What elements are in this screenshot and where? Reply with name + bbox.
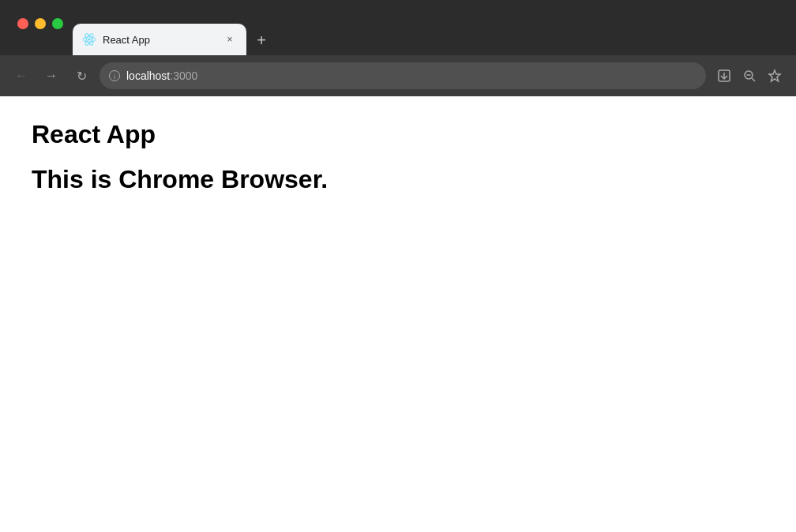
zoom-icon bbox=[742, 69, 757, 83]
address-port: :3000 bbox=[170, 69, 197, 82]
address-text: localhost:3000 bbox=[126, 69, 696, 82]
title-bar: React App × + bbox=[0, 0, 796, 55]
toolbar-actions bbox=[712, 64, 787, 88]
info-icon: i bbox=[109, 70, 120, 81]
maximize-button[interactable] bbox=[52, 18, 63, 29]
react-favicon-icon bbox=[82, 32, 96, 47]
window-controls bbox=[8, 18, 73, 29]
svg-text:i: i bbox=[114, 73, 115, 81]
minimize-button[interactable] bbox=[35, 18, 46, 29]
forward-button[interactable]: → bbox=[39, 64, 63, 88]
reload-button[interactable]: ↻ bbox=[69, 64, 93, 88]
address-host: localhost bbox=[126, 69, 170, 82]
page-subtitle: This is Chrome Browser. bbox=[32, 165, 764, 194]
zoom-button[interactable] bbox=[738, 64, 761, 88]
bookmark-icon bbox=[768, 69, 782, 83]
bookmark-button[interactable] bbox=[763, 64, 787, 88]
close-button[interactable] bbox=[17, 18, 28, 29]
address-bar[interactable]: i localhost:3000 bbox=[100, 62, 706, 89]
back-button[interactable]: ← bbox=[9, 64, 33, 88]
new-tab-button[interactable]: + bbox=[250, 28, 273, 52]
tab-close-button[interactable]: × bbox=[223, 32, 237, 47]
download-icon bbox=[717, 69, 731, 83]
active-tab[interactable]: React App × bbox=[73, 24, 246, 55]
page-title: React App bbox=[32, 120, 764, 149]
toolbar: ← → ↻ i localhost:3000 bbox=[0, 55, 796, 96]
tab-title: React App bbox=[103, 34, 216, 46]
svg-marker-11 bbox=[769, 70, 780, 81]
svg-point-0 bbox=[88, 39, 91, 41]
page-content: React App This is Chrome Browser. bbox=[0, 96, 796, 532]
tab-bar: React App × + bbox=[73, 0, 788, 55]
svg-line-9 bbox=[752, 78, 755, 81]
download-button[interactable] bbox=[712, 64, 736, 88]
